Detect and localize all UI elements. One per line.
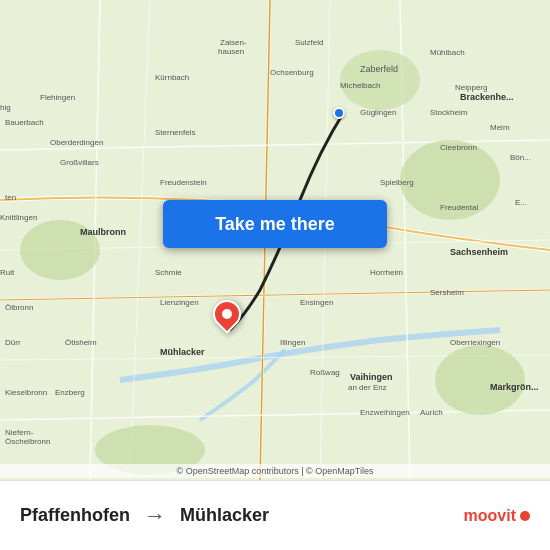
svg-text:Vaihingen: Vaihingen — [350, 372, 393, 382]
to-location: Mühlacker — [180, 505, 269, 526]
svg-text:Freudenstein: Freudenstein — [160, 178, 207, 187]
svg-text:Freudental: Freudental — [440, 203, 478, 212]
svg-text:Ruit: Ruit — [0, 268, 15, 277]
svg-text:Oberderdingen: Oberderdingen — [50, 138, 103, 147]
arrow-icon: → — [144, 503, 166, 529]
svg-text:Stockheim: Stockheim — [430, 108, 468, 117]
svg-text:an der Enz: an der Enz — [348, 383, 387, 392]
svg-text:Michelbach: Michelbach — [340, 81, 380, 90]
svg-text:Enzberg: Enzberg — [55, 388, 85, 397]
svg-text:Maulbronn: Maulbronn — [80, 227, 126, 237]
svg-text:Ötisheim: Ötisheim — [65, 338, 97, 347]
svg-text:Sternenfels: Sternenfels — [155, 128, 195, 137]
svg-text:Schmie: Schmie — [155, 268, 182, 277]
take-me-there-button[interactable]: Take me there — [163, 200, 387, 248]
svg-text:Brackenhe...: Brackenhe... — [460, 92, 514, 102]
svg-text:ten: ten — [5, 193, 16, 202]
start-dot — [333, 107, 345, 119]
svg-text:Niefern-: Niefern- — [5, 428, 34, 437]
svg-text:Kürnbach: Kürnbach — [155, 73, 189, 82]
svg-text:Kieselbronn: Kieselbronn — [5, 388, 47, 397]
svg-point-17 — [340, 50, 420, 110]
svg-text:Zaberfeld: Zaberfeld — [360, 64, 398, 74]
svg-text:Sersheim: Sersheim — [430, 288, 464, 297]
svg-text:Horrheim: Horrheim — [370, 268, 403, 277]
svg-text:Sachsenheim: Sachsenheim — [450, 247, 508, 257]
svg-text:Knittlingen: Knittlingen — [0, 213, 37, 222]
svg-text:Aurich: Aurich — [420, 408, 443, 417]
svg-text:Sulzfeld: Sulzfeld — [295, 38, 323, 47]
map-attribution: © OpenStreetMap contributors | © OpenMap… — [0, 464, 550, 478]
svg-text:Roßwag: Roßwag — [310, 368, 340, 377]
svg-text:Flehingen: Flehingen — [40, 93, 75, 102]
from-location: Pfaffenhofen — [20, 505, 130, 526]
svg-text:Oberriexingen: Oberriexingen — [450, 338, 500, 347]
svg-text:Meim: Meim — [490, 123, 510, 132]
moovit-text: moovit — [464, 507, 516, 525]
moovit-logo: moovit — [464, 507, 530, 525]
destination-pin — [213, 300, 241, 328]
svg-text:Cleebronn: Cleebronn — [440, 143, 477, 152]
svg-text:Illingen: Illingen — [280, 338, 305, 347]
svg-text:Zaisen-: Zaisen- — [220, 38, 247, 47]
svg-text:Bön...: Bön... — [510, 153, 531, 162]
svg-text:Neipperg: Neipperg — [455, 83, 487, 92]
svg-text:Güglingen: Güglingen — [360, 108, 396, 117]
svg-text:Mühlbach: Mühlbach — [430, 48, 465, 57]
svg-point-15 — [435, 345, 525, 415]
svg-text:Ochsenburg: Ochsenburg — [270, 68, 314, 77]
bottom-bar: Pfaffenhofen → Mühlacker moovit — [0, 480, 550, 550]
moovit-dot — [520, 511, 530, 521]
svg-text:Spielberg: Spielberg — [380, 178, 414, 187]
svg-text:E...: E... — [515, 198, 527, 207]
svg-text:Dürr: Dürr — [5, 338, 21, 347]
svg-text:hig: hig — [0, 103, 11, 112]
svg-text:Ensingen: Ensingen — [300, 298, 333, 307]
svg-text:hausen: hausen — [218, 47, 244, 56]
svg-text:Enzweihingen: Enzweihingen — [360, 408, 410, 417]
svg-text:Markgrön...: Markgrön... — [490, 382, 539, 392]
svg-text:Öschelbronn: Öschelbronn — [5, 437, 50, 446]
svg-text:Mühlacker: Mühlacker — [160, 347, 205, 357]
svg-text:Bauerbach: Bauerbach — [5, 118, 44, 127]
svg-text:Großvillars: Großvillars — [60, 158, 99, 167]
map-container: Zaberfeld Mühlbach Neipperg Stockheim Br… — [0, 0, 550, 480]
svg-text:Lienzingen: Lienzingen — [160, 298, 199, 307]
svg-text:Ölbronn: Ölbronn — [5, 303, 33, 312]
